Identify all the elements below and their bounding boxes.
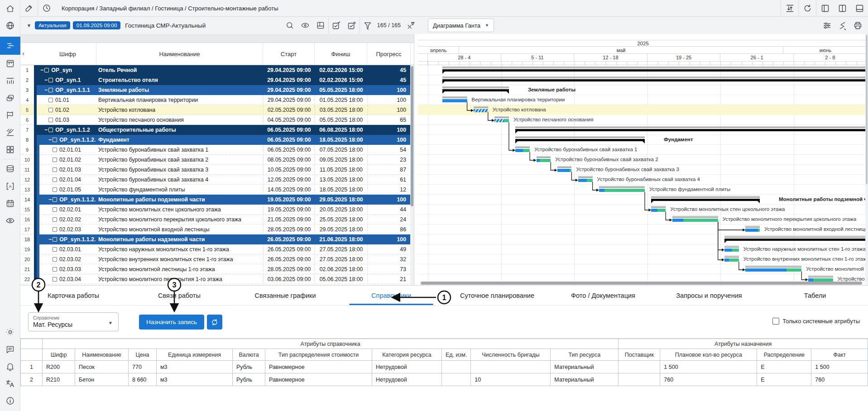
tab-фото-документация[interactable]: Фото / Документация (550, 286, 656, 305)
home-icon[interactable] (0, 0, 20, 17)
history-clock-icon[interactable] (38, 0, 55, 17)
table-row[interactable]: 1102.01.03Устройство буронабивных свай з… (20, 165, 414, 175)
system-attributes-checkbox[interactable]: Только системные атрибуты (772, 318, 860, 325)
row-checkbox[interactable] (53, 257, 57, 262)
col-header-progress[interactable]: Прогресс (367, 43, 411, 65)
eye-preview-icon[interactable] (297, 17, 313, 33)
ref-col-header[interactable]: Распределение (757, 349, 811, 361)
summary-bar[interactable] (515, 139, 645, 141)
summary-bar[interactable] (515, 129, 868, 131)
summary-bar[interactable] (651, 199, 760, 201)
table-row[interactable]: 18−OP_syn.1.1.2.Монолитные работы надзем… (20, 234, 414, 244)
task-bar[interactable] (672, 219, 718, 222)
flag-icon[interactable] (0, 106, 20, 124)
view-select[interactable]: Диаграмма Ганта ▼ (428, 19, 494, 32)
layout-split-horizontal-icon[interactable] (851, 0, 868, 17)
ref-col-header[interactable]: Факт (811, 349, 868, 361)
layout-split-vertical-icon[interactable] (834, 0, 851, 17)
gantt-settings-sliders-icon[interactable] (819, 17, 834, 33)
ref-col-header[interactable]: Единица измерения (157, 349, 233, 361)
row-checkbox[interactable] (53, 197, 57, 202)
table-vertical-scrollbar[interactable] (410, 65, 414, 285)
calendar-icon[interactable] (0, 195, 20, 212)
summary-bar[interactable] (724, 239, 868, 241)
row-checkbox[interactable] (44, 68, 49, 72)
table-row[interactable]: 2002.03.02Устройство внутренних монолитн… (20, 254, 414, 264)
assign-record-button[interactable]: Назначить запись (139, 315, 204, 330)
row-checkbox[interactable] (53, 138, 57, 142)
table-row[interactable]: 2202.03.04Устройство монолитного перекры… (20, 274, 414, 284)
summary-bar[interactable] (442, 79, 868, 81)
row-checkbox[interactable] (48, 98, 53, 102)
task-bar[interactable] (474, 109, 488, 112)
gantt-vertical-scrollbar[interactable] (865, 34, 868, 283)
task-bar[interactable] (724, 249, 739, 252)
tab-табели[interactable]: Табели (762, 286, 868, 305)
refresh-icon[interactable] (799, 0, 816, 17)
ref-col-header[interactable]: Численность бригады (471, 349, 551, 361)
row-checkbox[interactable] (53, 247, 57, 252)
task-bar[interactable] (442, 99, 467, 102)
ref-col-header[interactable]: Тип ресурса (551, 349, 619, 361)
edit-pencil-icon[interactable] (20, 0, 38, 17)
row-checkbox[interactable] (53, 167, 57, 172)
col-header-start[interactable]: Старт (263, 43, 315, 65)
task-bar[interactable] (724, 258, 739, 262)
grid-icon[interactable] (0, 141, 20, 158)
task-bar[interactable] (494, 119, 509, 122)
table-row[interactable]: 401.01Вертикальная планировка территории… (20, 95, 414, 105)
task-bar[interactable] (745, 229, 760, 232)
filter-icon[interactable] (360, 17, 375, 33)
row-checkbox[interactable] (53, 148, 57, 152)
task-bar[interactable] (578, 179, 593, 182)
comment-icon[interactable] (0, 340, 20, 358)
tab-суточное-планирование[interactable]: Суточное планирование (444, 286, 550, 305)
tab-связи-работы[interactable]: Связи работы (126, 286, 232, 305)
ref-col-header[interactable]: Наименование (75, 349, 129, 361)
kanban-icon[interactable] (0, 55, 20, 72)
tab-запросы-и-поручения[interactable]: Запросы и поручения (656, 286, 762, 305)
row-checkbox[interactable] (48, 78, 53, 82)
row-checkbox[interactable] (48, 128, 53, 132)
col-header-name[interactable]: Наименование (96, 43, 263, 65)
table-row[interactable]: 1902.03.01Устройство наружных монолитных… (20, 244, 414, 254)
row-checkbox[interactable] (53, 207, 57, 212)
tab-связанные-графики[interactable]: Связанные графики (232, 286, 338, 305)
table-row[interactable]: 1602.02.02Устройство монолитного перекры… (20, 215, 414, 225)
layout-left-pane-icon[interactable] (816, 0, 834, 17)
info-icon[interactable] (0, 392, 20, 409)
task-bar[interactable] (808, 278, 833, 282)
table-row[interactable]: 1302.01.05Устройство фундаментной плиты1… (20, 185, 414, 195)
table-row[interactable]: 14−OP_syn.1.1.2.Монолитные работы подзем… (20, 195, 414, 205)
tab-справочники[interactable]: Справочники (338, 286, 444, 305)
ref-col-header[interactable]: Плановое кол-во ресурса (660, 349, 757, 361)
ref-table-row[interactable]: 2R210Бетон8 660м3РубльРавномерноеНетрудо… (21, 373, 868, 386)
refresh-records-button[interactable] (207, 315, 222, 330)
database-icon[interactable] (0, 160, 20, 177)
task-bar[interactable] (515, 149, 530, 152)
brightness-icon[interactable] (0, 323, 20, 340)
clear-filter-icon[interactable] (403, 17, 418, 33)
print-icon[interactable] (850, 17, 865, 33)
table-row[interactable]: 1202.01.04Устройство буронабивных свай з… (20, 175, 414, 185)
table-row[interactable]: 7−OP_syn.1.1.2Общестроительные работы06.… (20, 125, 414, 135)
table-row[interactable]: 1502.02.01Устройство монолитных стен цок… (20, 205, 414, 215)
ref-col-header[interactable]: Цена (129, 349, 157, 361)
row-checkbox[interactable] (53, 217, 57, 222)
row-checkbox[interactable] (53, 227, 57, 232)
table-row[interactable]: 2102.03.03Устройство монолитной лестницы… (20, 264, 414, 274)
gantt-chart[interactable]: Земляные работыВертикальная планировка т… (418, 65, 868, 285)
row-checkbox[interactable] (53, 158, 57, 162)
table-row[interactable]: 1002.01.02Устройство буронабивных свай з… (20, 155, 414, 165)
summary-bar[interactable] (442, 69, 868, 72)
table-row[interactable]: 601.03Устройство песчаного основания04.0… (20, 115, 414, 125)
gantt-list-icon[interactable] (0, 37, 20, 55)
globe-icon[interactable] (0, 17, 20, 33)
eye-icon[interactable] (0, 212, 20, 229)
translate-icon[interactable] (0, 375, 20, 392)
task-bar[interactable] (745, 268, 801, 272)
ref-col-header[interactable]: Поставщик (619, 349, 660, 361)
hatching-icon[interactable] (0, 124, 20, 141)
table-row[interactable]: 902.01.01Устройство буронабивных свай за… (20, 145, 414, 155)
row-checkbox[interactable] (53, 277, 57, 282)
